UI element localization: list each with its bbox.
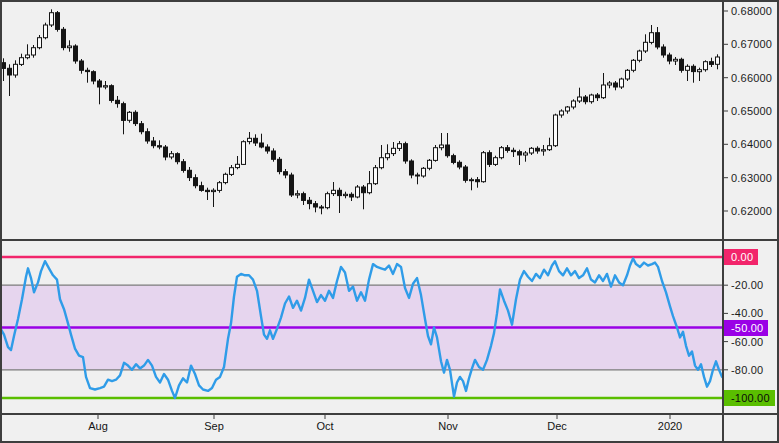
- oscillator-axis-label: -40.00: [731, 307, 763, 319]
- oscillator-level-badge: 0.00: [724, 249, 758, 265]
- oscillator-level-badge: -50.00: [724, 320, 768, 336]
- price-axis-label: 0.64000: [731, 138, 772, 150]
- chart-canvas[interactable]: [0, 0, 779, 443]
- oscillator-axis-label: -80.00: [731, 364, 763, 376]
- price-axis-label: 0.67000: [731, 38, 772, 50]
- price-axis-label: 0.63000: [731, 172, 772, 184]
- time-axis-label: Oct: [316, 420, 333, 432]
- time-axis[interactable]: AugSepOctNovDec2020: [0, 415, 723, 441]
- pane-separator[interactable]: [0, 239, 779, 241]
- trading-chart-window: 0.680000.670000.660000.650000.640000.630…: [0, 0, 779, 443]
- price-axis-label: 0.62000: [731, 205, 772, 217]
- price-axis-label: 0.65000: [731, 105, 772, 117]
- time-axis-label: Dec: [547, 420, 567, 432]
- time-axis-label: Aug: [88, 420, 108, 432]
- price-axis-label: 0.68000: [731, 5, 772, 17]
- oscillator-axis-label: -20.00: [731, 279, 763, 291]
- time-axis-label: Nov: [438, 420, 458, 432]
- time-axis-label: 2020: [658, 420, 682, 432]
- price-axis-label: 0.66000: [731, 72, 772, 84]
- price-scale[interactable]: 0.680000.670000.660000.650000.640000.630…: [724, 0, 779, 443]
- oscillator-level-badge: -100.00: [724, 390, 775, 406]
- time-axis-label: Sep: [204, 420, 224, 432]
- oscillator-axis-label: -60.00: [731, 336, 763, 348]
